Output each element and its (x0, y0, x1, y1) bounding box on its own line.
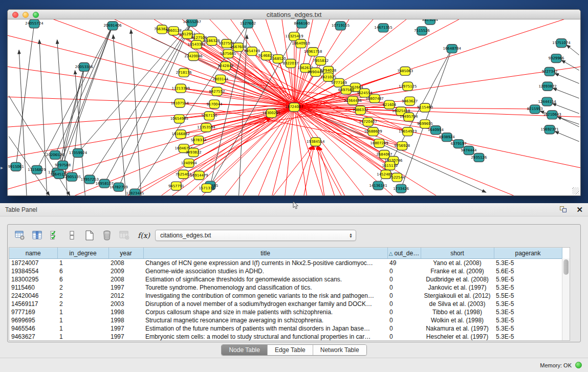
column-header-out_de[interactable]: △out_de… (387, 248, 421, 259)
close-window-button[interactable] (12, 12, 18, 18)
table-cell: 1 (57, 333, 108, 341)
table-row[interactable]: 1830029562008Estimation of significance … (9, 275, 562, 283)
graph-node[interactable]: 7515526 (414, 27, 430, 35)
table-row[interactable]: 946554611997Estimation of the future num… (9, 324, 562, 333)
graph-node[interactable]: 5267150 (202, 112, 217, 120)
graph-node[interactable]: 9915061 (8, 162, 24, 171)
svg-text:15692371: 15692371 (540, 127, 558, 132)
graph-node[interactable]: 12975125 (399, 82, 417, 91)
scrollbar-thumb[interactable] (563, 259, 569, 275)
graph-node[interactable]: 9329966 (549, 54, 564, 63)
panel-collapse-arrow-icon[interactable]: ▸ (1, 165, 3, 170)
graph-edge (16, 24, 34, 166)
window-titlebar[interactable]: citations_edges.txt (8, 10, 580, 19)
table-cell: 9777169 (9, 308, 57, 316)
graph-node[interactable]: 621604 (383, 100, 397, 109)
graph-node[interactable]: 12213399 (172, 84, 190, 93)
table-row[interactable]: 977716911998Corpus callosum shape and si… (9, 308, 562, 316)
graph-node[interactable]: 1733426 (393, 184, 409, 193)
svg-text:22420046: 22420046 (184, 54, 202, 58)
graph-edge (37, 26, 113, 169)
network-canvas[interactable]: 2405572420691406106552871527602846616010… (8, 19, 580, 195)
table-row[interactable]: 946362711997Embryonic stem cells: a mode… (9, 333, 562, 341)
graph-node[interactable]: 15720407 (359, 118, 377, 126)
graph-node[interactable]: 11156829 (28, 165, 46, 174)
column-header-short[interactable]: short (421, 248, 494, 259)
new-table-icon[interactable] (82, 229, 97, 242)
graph-node[interactable]: 9115460 (417, 103, 433, 112)
graph-node[interactable]: 11353594 (197, 123, 215, 132)
graph-node[interactable]: 19166852 (172, 130, 190, 139)
graph-node[interactable]: 20206526 (46, 151, 64, 160)
graph-node[interactable]: 18300295 (263, 109, 280, 118)
table-row[interactable]: 2242004622012Investigating the contribut… (9, 292, 562, 300)
table-vertical-scrollbar[interactable] (562, 258, 570, 340)
function-builder-icon[interactable]: f(x) (138, 231, 150, 239)
clear-selection-icon[interactable] (65, 229, 79, 242)
graph-node[interactable]: 7955812 (313, 57, 329, 65)
graph-node[interactable]: 12444154 (538, 97, 556, 106)
table-cell: Corpus callosum shape and size in male p… (143, 308, 387, 316)
graph-node[interactable]: 18107554 (171, 99, 189, 107)
graph-node[interactable]: 15692371 (540, 125, 558, 134)
graph-node[interactable]: 16648784 (443, 45, 462, 53)
svg-text:7625402: 7625402 (176, 172, 191, 177)
graph-node[interactable]: 2935126 (471, 153, 487, 162)
network-view-window[interactable]: citations_edges.txt 24055724206914061065… (7, 9, 581, 196)
table-tabs-bar: Node TableEdge TableNetwork Table (0, 344, 588, 358)
svg-text:7515526: 7515526 (414, 29, 430, 33)
table-row[interactable]: 969969511998Structural magnetic resonanc… (9, 316, 562, 324)
graph-node[interactable]: 9463627 (402, 97, 418, 105)
float-panel-icon[interactable] (560, 206, 568, 213)
table-row[interactable]: 1938455462009Genome-wide association stu… (9, 267, 562, 275)
graph-node[interactable]: 12093872 (538, 82, 556, 91)
graph-node[interactable]: 9227342 (542, 67, 558, 76)
svg-text:2667608: 2667608 (230, 45, 246, 49)
graph-node[interactable]: 20691406 (103, 21, 121, 30)
graph-node[interactable]: 24055724 (25, 19, 43, 28)
svg-text:6794028: 6794028 (320, 69, 336, 73)
tab-network-table[interactable]: Network Table (313, 345, 366, 355)
graph-node[interactable]: 12823445 (126, 189, 144, 195)
graph-node[interactable]: 8466160 (294, 19, 310, 28)
column-visibility-icon[interactable] (30, 229, 45, 242)
column-header-name[interactable]: name (9, 248, 57, 259)
close-panel-icon[interactable]: ✕ (576, 206, 583, 213)
graph-node[interactable]: 19654923 (399, 127, 417, 136)
minimize-window-button[interactable] (23, 12, 29, 18)
window-resize-grip[interactable] (572, 187, 579, 194)
column-header-pagerank[interactable]: pagerank (494, 248, 562, 259)
graph-node[interactable]: 14671355 (374, 24, 392, 32)
table-row[interactable]: 1456911722003Disruption of a novel membe… (9, 300, 562, 308)
graph-node[interactable]: 10654985 (170, 115, 188, 123)
tab-node-table[interactable]: Node Table (222, 345, 268, 355)
graph-node[interactable]: 19384554 (307, 138, 325, 146)
table-row[interactable]: 1872400712008Changes of HCN gene express… (9, 259, 562, 267)
table-select-dropdown[interactable]: citations_edges.txt ▲▼ (155, 230, 356, 241)
graph-node[interactable]: 14136141 (369, 181, 387, 190)
graph-node[interactable]: 10688609 (364, 127, 382, 136)
delete-table-icon[interactable] (100, 229, 114, 242)
svg-text:9474444: 9474444 (461, 148, 477, 152)
graph-node[interactable]: 8427552 (209, 87, 225, 96)
graph-node[interactable]: 8215953 (527, 105, 543, 114)
column-header-title[interactable]: title (143, 248, 387, 259)
tab-edge-table[interactable]: Edge Table (268, 345, 313, 355)
select-all-icon[interactable] (48, 229, 62, 242)
graph-node[interactable]: 10655287 (183, 19, 201, 27)
column-header-in_degree[interactable]: in_degree (57, 248, 108, 259)
graph-node[interactable]: 7485063 (397, 67, 413, 75)
graph-node[interactable]: 8813054 (422, 19, 438, 25)
table-cell: 9465546 (9, 324, 57, 333)
graph-node[interactable]: 17359924 (69, 149, 88, 158)
graph-node[interactable]: 1527602 (240, 19, 256, 28)
column-header-year[interactable]: year (108, 248, 143, 259)
graph-node[interactable]: 16210643 (543, 111, 561, 119)
table-settings-icon[interactable] (13, 229, 27, 242)
graph-node[interactable]: 2718176 (176, 68, 192, 77)
graph-node[interactable]: 9170044 (206, 100, 222, 108)
zoom-window-button[interactable] (33, 12, 39, 18)
graph-node[interactable]: 20053346 (75, 63, 93, 72)
graph-node[interactable]: 1640954 (428, 126, 444, 135)
table-row[interactable]: 911546021997Tourette syndrome. Phenomeno… (9, 283, 562, 292)
